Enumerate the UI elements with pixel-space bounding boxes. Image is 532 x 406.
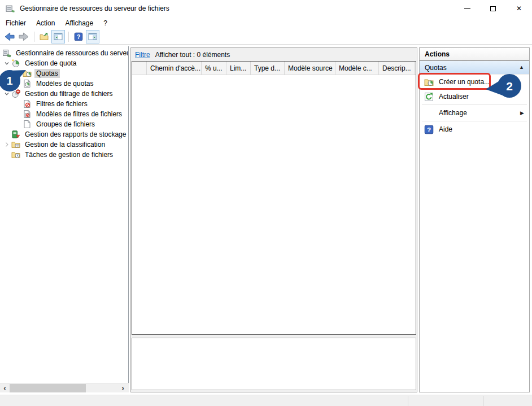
action-refresh[interactable]: Actualiser (420, 89, 529, 104)
tree-item-label: Groupes de fichiers (34, 120, 97, 129)
close-button[interactable]: ✕ (506, 0, 532, 17)
show-console-tree-button[interactable] (51, 30, 65, 43)
title-bar: Gestionnaire de ressources du serveur de… (0, 0, 532, 17)
folder-grid-icon (11, 140, 20, 149)
filter-link[interactable]: Filtre (135, 51, 150, 59)
divider (408, 396, 408, 406)
tree-item-label: Gestionnaire de ressources du serveur (14, 49, 128, 58)
action-create-quota[interactable]: Créer un quota... (420, 75, 529, 89)
chevron-spacer (14, 99, 23, 108)
tree-item-file-screen-templates[interactable]: Modèles de filtres de fichiers (0, 109, 128, 119)
chevron-spacer (14, 110, 23, 119)
quota-list-body[interactable] (132, 75, 416, 334)
maximize-button[interactable] (480, 0, 506, 17)
filter-bar: Filtre Afficher tout : 0 éléments (131, 48, 417, 61)
minimize-button[interactable] (454, 0, 480, 17)
column-header-6[interactable]: Modèle c... (335, 62, 379, 75)
tree-item-file-screens[interactable]: Filtres de fichiers (0, 99, 128, 109)
action-help[interactable]: ? Aide (420, 122, 529, 137)
action-label: Affichage (439, 109, 467, 117)
chevron-spacer (14, 79, 23, 88)
tree-item-label: Tâches de gestion de fichiers (23, 150, 115, 159)
tree-item-quotas[interactable]: Quotas (0, 68, 128, 78)
chevron-spacer (14, 69, 23, 78)
menu-fichier[interactable]: Fichier (6, 19, 26, 27)
scrollbar-thumb[interactable] (10, 384, 86, 392)
menu-help[interactable]: ? (103, 19, 107, 27)
column-header-7[interactable]: Descrip... (379, 62, 415, 75)
svg-text:?: ? (427, 125, 431, 133)
list-column-header: Chemin d'accè...% u...Lim...Type d...Mod… (132, 62, 416, 75)
results-pane: Filtre Afficher tout : 0 éléments Chemin… (130, 47, 417, 392)
tree-item-label: Gestion de la classification (23, 140, 107, 149)
quota-list: Chemin d'accè...% u...Lim...Type d...Mod… (132, 61, 416, 335)
help-icon: ? (424, 125, 434, 134)
page-block-icon (23, 99, 32, 108)
tree-item-file-screening-management[interactable]: Gestion du filtrage de fichiers (0, 89, 128, 99)
collapse-section-icon[interactable]: ▲ (519, 65, 524, 70)
divider (422, 104, 527, 105)
column-header-5[interactable]: Modèle source (285, 62, 335, 75)
tree-item-label: Filtres de fichiers (34, 99, 89, 108)
tree-item-quota-management[interactable]: Gestion de quota (0, 58, 128, 68)
details-pane (132, 338, 416, 390)
forward-icon (19, 32, 29, 41)
scroll-right-icon[interactable]: › (118, 383, 128, 392)
tree-item-root[interactable]: Gestionnaire de ressources du serveur (0, 48, 128, 58)
close-icon: ✕ (516, 5, 522, 12)
column-header-4[interactable]: Type d... (251, 62, 285, 75)
tree-item-file-groups[interactable]: Groupes de fichiers (0, 119, 128, 129)
column-header-0[interactable] (132, 62, 147, 75)
quota-mgmt-icon (11, 59, 20, 68)
forward-button[interactable] (17, 30, 30, 43)
scroll-left-icon[interactable]: ‹ (0, 383, 10, 392)
column-header-1[interactable]: Chemin d'accè... (147, 62, 202, 75)
chevron-down-icon[interactable] (2, 59, 11, 68)
page-block-box-icon (23, 110, 32, 119)
chevron-spacer (2, 130, 11, 139)
folder-clock-icon (11, 150, 20, 159)
menu-action[interactable]: Action (36, 19, 55, 27)
action-label: Actualiser (439, 93, 469, 101)
action-label: Aide (439, 125, 452, 133)
app-icon (6, 4, 15, 14)
minimize-icon (464, 8, 470, 9)
filter-status: Afficher tout : 0 éléments (155, 51, 230, 59)
toolbar-divider (34, 32, 34, 42)
help-button[interactable]: ? (72, 30, 85, 43)
window-bottom-strip (0, 395, 532, 406)
server-icon (2, 49, 11, 58)
folder-pie-icon (424, 77, 434, 87)
export-list-button[interactable] (37, 30, 51, 43)
chevron-right-icon[interactable] (2, 140, 11, 149)
tree-horizontal-scrollbar[interactable]: ‹ › (0, 383, 129, 392)
tree-item-storage-reports[interactable]: Gestion des rapports de stockage (0, 129, 128, 139)
help-icon: ? (73, 32, 84, 41)
column-header-2[interactable]: % u... (202, 62, 226, 75)
tree-item-label: Gestion de quota (23, 59, 78, 68)
tree-item-file-management-tasks[interactable]: Tâches de gestion de fichiers (0, 150, 128, 160)
actions-pane: Actions Quotas ▲ Créer un quota... Actua… (419, 47, 530, 392)
svg-text:?: ? (77, 33, 81, 40)
back-button[interactable] (3, 30, 16, 43)
tree-item-quota-templates[interactable]: Modèles de quotas (0, 78, 128, 89)
quotas-section-label: Quotas (425, 64, 519, 72)
menu-affichage[interactable]: Affichage (65, 19, 93, 27)
maximize-icon (490, 6, 496, 11)
refresh-icon (424, 92, 434, 102)
window-controls: ✕ (454, 0, 532, 17)
back-icon (5, 32, 15, 41)
chevron-down-icon[interactable] (2, 89, 11, 98)
show-action-pane-button[interactable] (86, 30, 99, 43)
divider (422, 121, 527, 121)
action-view[interactable]: Affichage ▶ (420, 106, 529, 120)
tree-item-classification[interactable]: Gestion de la classification (0, 139, 128, 150)
column-header-3[interactable]: Lim... (226, 62, 251, 75)
page-icon (23, 120, 32, 129)
tree-item-label: Modèles de filtres de fichiers (34, 110, 124, 119)
quotas-section-header[interactable]: Quotas ▲ (420, 61, 529, 75)
toolbar-divider (68, 32, 69, 42)
console-tree-pane: Gestionnaire de ressources du serveurGes… (0, 46, 129, 392)
tree-item-label: Quotas (34, 69, 60, 78)
chevron-spacer (14, 120, 23, 129)
